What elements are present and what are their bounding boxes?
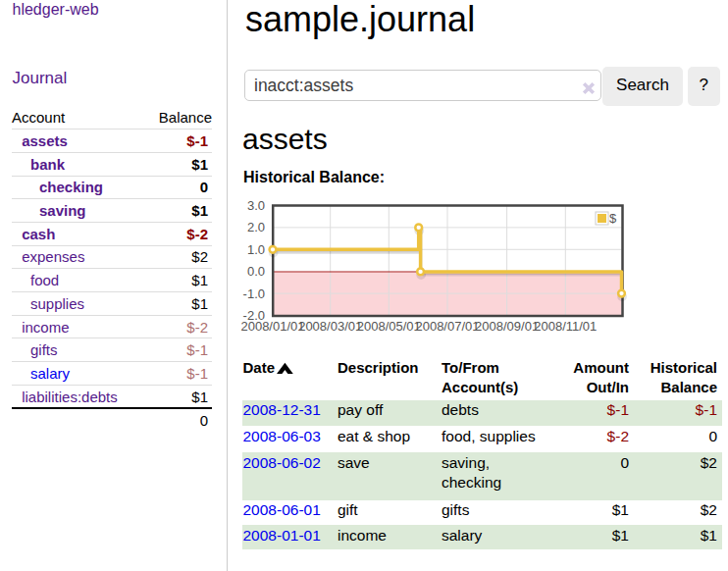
svg-text:$: $ bbox=[609, 211, 617, 226]
svg-text:2008/09/01: 2008/09/01 bbox=[475, 319, 539, 334]
svg-text:2008/05/01: 2008/05/01 bbox=[357, 319, 421, 334]
svg-text:2008/01/01: 2008/01/01 bbox=[240, 319, 304, 334]
svg-text:0.0: 0.0 bbox=[247, 264, 265, 279]
svg-text:-1.0: -1.0 bbox=[243, 286, 265, 301]
svg-text:2.0: 2.0 bbox=[247, 220, 265, 234]
svg-text:1.0: 1.0 bbox=[247, 242, 265, 257]
svg-text:2008/11/01: 2008/11/01 bbox=[534, 319, 597, 334]
svg-text:3.0: 3.0 bbox=[247, 198, 265, 213]
svg-text:2008/03/01: 2008/03/01 bbox=[298, 319, 362, 334]
svg-text:2008/07/01: 2008/07/01 bbox=[415, 319, 479, 334]
